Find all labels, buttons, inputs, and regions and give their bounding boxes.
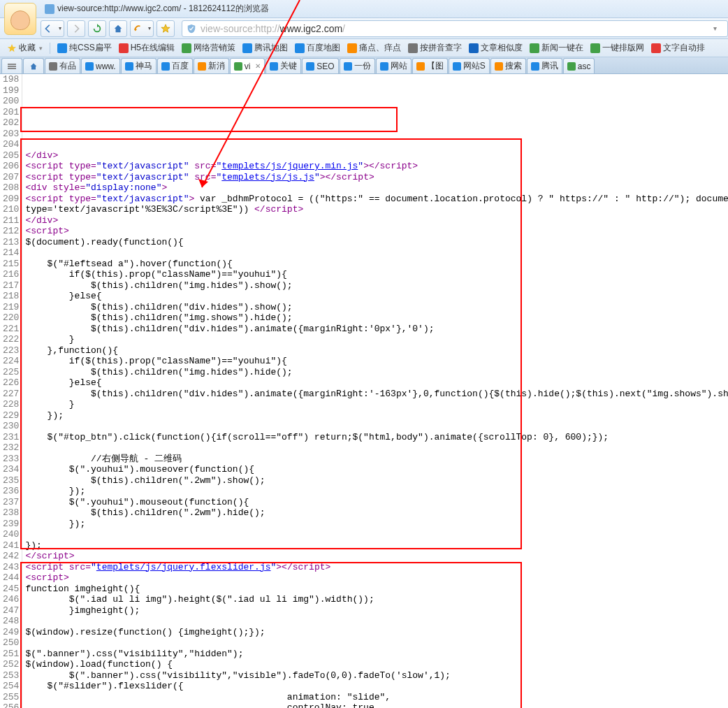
code-line: type='text/javascript'%3E%3C/script%3E")…	[25, 204, 728, 215]
line-number: 199	[3, 85, 19, 96]
line-number: 248	[3, 616, 19, 627]
bookmark-item[interactable]: 文字自动排	[648, 41, 708, 55]
line-number: 243	[3, 562, 19, 573]
bookmark-label: 文字自动排	[663, 42, 705, 54]
tab-label: 新消	[208, 60, 225, 72]
code-line: <script type="text/javascript" src="temp…	[25, 172, 728, 183]
code-line: $(".iad ul li img").height($(".iad ul li…	[25, 594, 728, 605]
code-line: }	[25, 399, 728, 410]
line-number: 208	[3, 182, 19, 194]
bookmark-item[interactable]: 文章相似度	[466, 41, 525, 55]
tab[interactable]: 百度	[157, 58, 193, 73]
forward-button[interactable]	[67, 20, 85, 37]
bookmark-item[interactable]: 纯CSS扁平	[54, 41, 115, 55]
tab[interactable]: 有品	[45, 58, 80, 73]
line-number: 205	[3, 150, 19, 161]
code-line: $(this).children(".2wm").hide();	[25, 507, 728, 519]
line-number: 206	[3, 161, 19, 172]
favorites-button[interactable]	[156, 20, 175, 37]
line-number: 219	[3, 302, 19, 313]
tab-label: 腾讯	[541, 60, 558, 72]
tab-favicon	[161, 62, 170, 71]
tab[interactable]: www.	[81, 58, 120, 73]
home-button[interactable]	[109, 20, 127, 37]
tab[interactable]: 网站S	[449, 58, 490, 73]
line-number: 254	[3, 681, 19, 692]
line-number: 250	[3, 637, 19, 649]
line-number: 224	[3, 356, 19, 367]
code-line	[25, 616, 728, 627]
bookmark-item[interactable]: H5在线编辑	[116, 41, 177, 55]
code-line: $(window).resize(function() {imgheight()…	[25, 627, 728, 638]
code-line: //右侧导航 - 二维码	[25, 454, 728, 465]
tab-label: 网站	[391, 60, 407, 72]
add-favorite-label: 收藏	[19, 42, 36, 54]
arrow-left-icon	[43, 24, 53, 34]
bookmark-item[interactable]: 腾讯地图	[240, 41, 291, 55]
code-line: controlNav: true,	[25, 702, 728, 708]
tab[interactable]: 腾讯	[527, 58, 562, 73]
tab-favicon	[85, 62, 94, 71]
code-line: });	[25, 519, 728, 530]
line-number: 216	[3, 269, 19, 280]
code-line: $(this).children("div.hides").animate({m…	[25, 389, 728, 400]
tab-favicon	[380, 62, 388, 71]
code-line: <script type="text/javascript" src="temp…	[25, 161, 728, 172]
code-line: $(this).children(".2wm").show();	[25, 475, 728, 486]
tab[interactable]: 搜索	[490, 58, 526, 73]
tab[interactable]: 新消	[194, 58, 229, 73]
line-number: 249	[3, 627, 19, 638]
home-tab-button[interactable]	[23, 58, 44, 73]
code-line: }imgheight();	[25, 605, 728, 616]
tab[interactable]: 神马	[121, 58, 156, 73]
code-line: }else{	[25, 377, 728, 389]
code-line: $(this).children("img.hides").hide();	[25, 367, 728, 378]
bookmark-item[interactable]: 百度地图	[292, 41, 343, 55]
tab-favicon	[453, 62, 461, 71]
line-number: 233	[3, 454, 19, 465]
code-line: $(this).children("img.shows").hide();	[25, 312, 728, 324]
tab[interactable]: 网站	[376, 58, 412, 73]
avatar[interactable]	[4, 3, 36, 35]
code-line: $("#leftsead a").hover(function(){	[25, 259, 728, 270]
code-line: $(this).children("img.hides").show();	[25, 280, 728, 291]
tab[interactable]: SEO	[302, 58, 338, 73]
line-number: 252	[3, 659, 19, 670]
tab[interactable]: 关键	[265, 58, 301, 73]
window-title: view-source:http://www.igc2.com/ - 18126…	[57, 3, 269, 15]
tab[interactable]: 一份	[340, 58, 375, 73]
bookmark-icon	[651, 43, 661, 53]
tab[interactable]: 【图	[412, 58, 448, 73]
bookmark-item[interactable]: 痛点、痒点	[344, 41, 404, 55]
bookmark-item[interactable]: 一键排版网	[588, 41, 647, 55]
code-line: function imgheight(){	[25, 584, 728, 595]
tab[interactable]: asc	[563, 58, 595, 73]
tab[interactable]: vi✕	[230, 58, 265, 73]
bookmark-item[interactable]: 按拼音查字	[405, 41, 465, 55]
bookmark-item[interactable]: 新闻一键在	[527, 41, 586, 55]
tab-favicon	[416, 62, 425, 71]
add-favorite-button[interactable]: 收藏 ▾	[4, 41, 45, 55]
line-number: 202	[3, 117, 19, 129]
address-bar[interactable]: view-source:http://www.igc2.com/ ▾	[182, 20, 728, 37]
reload-button[interactable]	[88, 20, 106, 37]
bookmark-item[interactable]: 网络营销策	[179, 41, 238, 55]
tab-list-button[interactable]	[1, 58, 22, 73]
code-area[interactable]: </div><script type="text/javascript" src…	[22, 74, 728, 708]
line-number: 209	[3, 194, 19, 205]
code-line: animation: "slide",	[25, 692, 728, 703]
bookmark-label: 痛点、痒点	[359, 42, 401, 54]
line-number: 246	[3, 594, 19, 605]
bookmark-bar: 收藏 ▾ 纯CSS扁平H5在线编辑网络营销策腾讯地图百度地图痛点、痒点按拼音查字…	[0, 39, 728, 57]
tab-label: 搜索	[505, 60, 522, 72]
address-dropdown-icon[interactable]: ▾	[713, 24, 723, 32]
undo-button[interactable]	[130, 20, 154, 37]
code-line: <script type="text/javascript"> var _bdh…	[25, 194, 728, 205]
back-button[interactable]	[41, 20, 64, 37]
nav-bar: view-source:http://www.igc2.com/ ▾	[0, 18, 728, 39]
source-view: 1981992002012022032042052062072082092102…	[0, 74, 728, 708]
close-icon[interactable]: ✕	[255, 62, 261, 70]
star-icon	[161, 24, 170, 34]
window-title-wrap: view-source:http://www.igc2.com/ - 18126…	[45, 3, 269, 15]
code-line: <script>	[25, 226, 728, 237]
